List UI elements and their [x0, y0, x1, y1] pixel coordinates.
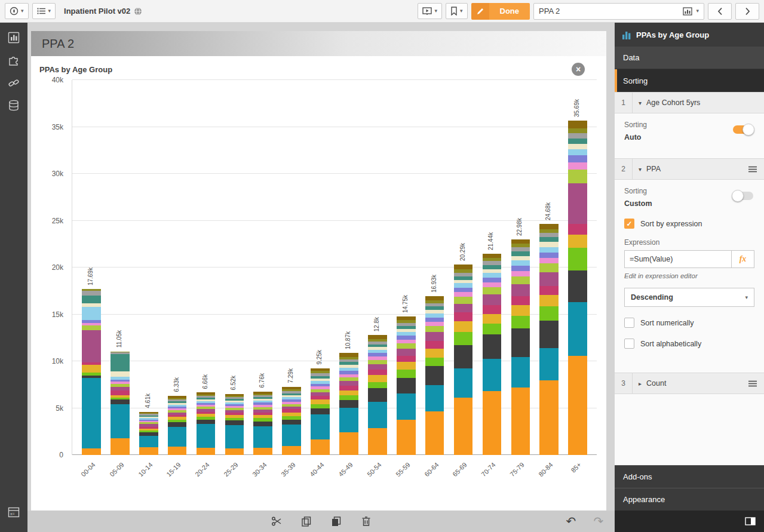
segment-orange[interactable] — [111, 438, 130, 455]
segment-pink[interactable] — [483, 282, 502, 287]
segment-orange[interactable] — [539, 380, 559, 455]
chart-object[interactable]: PPAs by Age Group × 05k10k15k20k25k30k35… — [31, 56, 606, 511]
segment-pink[interactable] — [425, 322, 444, 326]
segment-teal[interactable] — [539, 348, 559, 380]
bar-10-14[interactable] — [139, 412, 158, 455]
expression-input[interactable] — [624, 250, 732, 268]
segment-lime[interactable] — [397, 370, 416, 377]
paste-icon[interactable] — [330, 515, 343, 528]
segment-pink[interactable] — [511, 271, 530, 276]
sort-order-dropdown[interactable]: Descending ▾ — [624, 288, 754, 307]
segment-orange[interactable] — [253, 448, 272, 455]
sort-by-expression-checkbox[interactable]: ✓ — [624, 219, 634, 229]
segment-orange[interactable] — [339, 432, 358, 455]
bookmarks-button[interactable]: ▾ — [446, 3, 468, 19]
segment-lightblue[interactable] — [539, 247, 559, 253]
segment-teal[interactable] — [368, 402, 387, 429]
custom-sorting-toggle[interactable] — [733, 192, 753, 200]
segment-amber[interactable] — [82, 365, 101, 373]
segment-orange[interactable] — [225, 448, 244, 455]
previous-sheet-button[interactable] — [708, 3, 732, 20]
toggle-properties-panel-icon[interactable] — [745, 517, 756, 525]
segment-pink[interactable] — [539, 258, 559, 263]
redo-icon[interactable]: ↷ — [592, 515, 605, 528]
variables-table-icon[interactable]: x= — [0, 501, 27, 524]
segment-orange[interactable] — [511, 388, 530, 455]
segment-teal[interactable] — [168, 427, 187, 447]
segment-darkgray[interactable] — [225, 420, 244, 425]
segment-orange[interactable] — [139, 447, 158, 455]
segment-tealgreen[interactable] — [568, 139, 587, 144]
segment-lightblue[interactable] — [568, 149, 587, 156]
segment-amber[interactable] — [568, 235, 587, 248]
segment-crimson[interactable] — [368, 370, 387, 375]
segment-lime[interactable] — [511, 316, 530, 328]
segment-orange[interactable] — [368, 428, 387, 455]
segment-darkgray[interactable] — [197, 420, 216, 425]
segment-ivory[interactable] — [483, 269, 502, 273]
segment-yellowgreen[interactable] — [397, 343, 416, 349]
segment-periwinkle[interactable] — [568, 155, 587, 162]
sort-alphabetically-checkbox[interactable] — [624, 339, 634, 349]
segment-pink[interactable] — [568, 162, 587, 170]
segment-pink[interactable] — [397, 340, 416, 344]
segment-darkgray[interactable] — [282, 420, 301, 425]
segment-darkgray[interactable] — [539, 321, 559, 348]
bar-05-09[interactable] — [111, 352, 130, 455]
segment-amber[interactable] — [539, 295, 559, 307]
segment-orange[interactable] — [168, 447, 187, 455]
segment-crimson[interactable] — [539, 286, 559, 295]
segment-mauve[interactable] — [339, 381, 358, 386]
segment-lightblue[interactable] — [82, 307, 101, 320]
bar-75-79[interactable] — [511, 239, 530, 455]
segment-periwinkle[interactable] — [454, 288, 473, 292]
bar-85+[interactable] — [568, 121, 587, 455]
bar-70-74[interactable] — [483, 254, 502, 455]
segment-crimson[interactable] — [397, 356, 416, 362]
bar-25-29[interactable] — [225, 394, 244, 455]
segment-mauve[interactable] — [368, 364, 387, 370]
segment-mauve[interactable] — [511, 284, 530, 296]
segment-teal[interactable] — [311, 414, 330, 440]
segment-darkgold[interactable] — [568, 121, 587, 128]
segment-amber[interactable] — [397, 362, 416, 370]
section-appearance[interactable]: Appearance — [615, 488, 764, 511]
segment-amber[interactable] — [368, 375, 387, 382]
segment-lime[interactable] — [368, 382, 387, 388]
segment-darkgray[interactable] — [311, 408, 330, 414]
segment-teal[interactable] — [282, 425, 301, 446]
segment-teal[interactable] — [111, 404, 130, 438]
sorting-item-age-cohort[interactable]: 1 ▾ Age Cohort 5yrs — [615, 92, 764, 113]
segment-orange[interactable] — [425, 411, 444, 455]
bar-40-44[interactable] — [311, 368, 330, 455]
segment-orange[interactable] — [197, 448, 216, 455]
segment-tealgreen[interactable] — [483, 265, 502, 269]
segment-lime[interactable] — [539, 306, 559, 321]
segment-mauve[interactable] — [568, 183, 587, 224]
segment-lime[interactable] — [454, 332, 473, 345]
bar-60-64[interactable] — [425, 296, 444, 455]
sheet-navigation-field[interactable]: PPA 2 ▾ — [533, 3, 704, 20]
copy-icon[interactable] — [300, 515, 313, 528]
segment-crimson[interactable] — [339, 386, 358, 390]
bar-55-59[interactable] — [397, 316, 416, 455]
segment-teal[interactable] — [425, 385, 444, 411]
bar-65-69[interactable] — [454, 265, 473, 455]
expression-editor-button[interactable]: fx — [732, 250, 754, 268]
segment-darkgold[interactable] — [539, 224, 559, 229]
segment-amber[interactable] — [454, 321, 473, 332]
segment-teal[interactable] — [225, 425, 244, 449]
bar-15-19[interactable] — [168, 396, 187, 455]
segment-darkgray[interactable] — [368, 388, 387, 401]
segment-mauve[interactable] — [539, 272, 559, 286]
segment-tealgreen[interactable] — [539, 237, 559, 242]
link-icon[interactable] — [0, 72, 27, 94]
bar-45-49[interactable] — [339, 353, 358, 455]
segment-tealgreen[interactable] — [82, 296, 101, 303]
segment-lightblue[interactable] — [483, 273, 502, 277]
segment-gray[interactable] — [511, 247, 530, 252]
bar-30-34[interactable] — [253, 392, 272, 455]
segment-teal[interactable] — [82, 378, 101, 448]
segment-crimson[interactable] — [425, 341, 444, 349]
segment-yellowgreen[interactable] — [368, 360, 387, 364]
